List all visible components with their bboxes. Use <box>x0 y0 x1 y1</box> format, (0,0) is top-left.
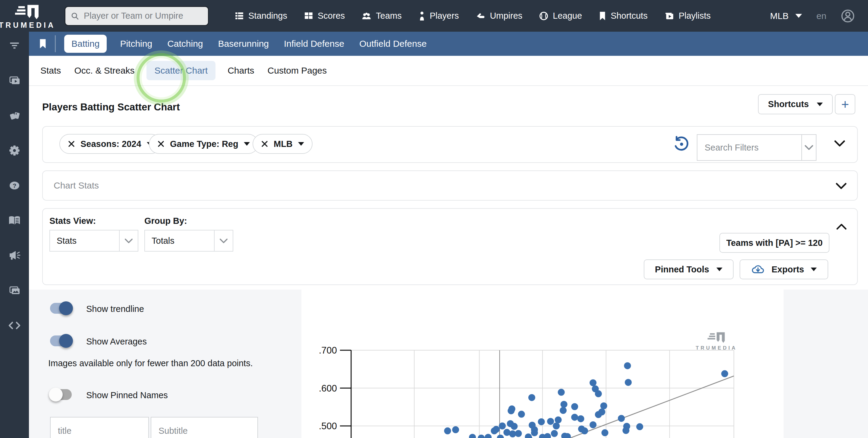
tab-occ-streaks[interactable]: Occ. & Streaks <box>73 61 135 80</box>
left-sidebar: ? <box>0 32 29 438</box>
view-tab-bar: Stats Occ. & Streaks Scatter Chart Chart… <box>29 56 868 86</box>
select-caret <box>214 230 233 251</box>
sidebar-item-images[interactable] <box>8 284 21 297</box>
filter-chip-seasons[interactable]: Seasons: 2024 <box>59 134 161 154</box>
show-pinned-names-label: Show Pinned Names <box>86 390 168 400</box>
tab-custom-pages[interactable]: Custom Pages <box>267 61 328 80</box>
scatter-chart-card: .700.600.500 TRUMEDIA <box>301 290 784 438</box>
svg-text:.600: .600 <box>319 383 337 393</box>
history-restore-icon[interactable] <box>673 136 689 153</box>
chart-stats-panel[interactable]: Chart Stats <box>42 170 858 201</box>
tab-outfield-defense[interactable]: Outfield Defense <box>358 35 428 53</box>
sidebar-item-video-playlists[interactable] <box>8 74 21 87</box>
pinned-tools-button[interactable]: Pinned Tools <box>644 259 734 279</box>
tab-batting[interactable]: Batting <box>64 35 107 53</box>
chevron-down-icon <box>817 103 823 106</box>
sidebar-item-settings[interactable] <box>8 144 21 157</box>
nav-umpires-label: Umpires <box>490 11 522 21</box>
show-averages-toggle[interactable] <box>50 335 72 346</box>
page-title: Players Batting Scatter Chart <box>42 101 180 113</box>
remove-filter-x-icon[interactable] <box>68 140 75 147</box>
sidebar-item-cards[interactable] <box>8 109 21 122</box>
tab-pitching[interactable]: Pitching <box>118 35 154 53</box>
group-by-select[interactable]: Totals <box>144 230 233 252</box>
profile-avatar-icon[interactable] <box>841 9 855 23</box>
collapse-filters-chevron[interactable] <box>834 140 845 147</box>
chip-label: MLB <box>274 139 293 149</box>
sidebar-item-announcements[interactable] <box>8 249 21 262</box>
global-search[interactable] <box>64 6 209 26</box>
svg-text:?: ? <box>13 182 16 189</box>
search-filters-input[interactable] <box>698 142 801 153</box>
nav-players[interactable]: Players <box>418 11 459 21</box>
chart-title-input[interactable] <box>51 426 148 436</box>
chip-label: Game Type: Reg <box>170 139 239 149</box>
filter-chip-game-type[interactable]: Game Type: Reg <box>149 134 258 154</box>
chart-subtitle-input[interactable] <box>151 426 257 436</box>
shortcuts-dropdown-button[interactable]: Shortcuts <box>758 94 833 114</box>
exports-button[interactable]: Exports <box>740 259 828 279</box>
chevron-down-icon <box>716 268 722 271</box>
stats-view-select[interactable]: Stats <box>50 230 138 252</box>
category-tab-bar: Batting Pitching Catching Baserunning In… <box>29 32 868 56</box>
remove-filter-x-icon[interactable] <box>261 140 268 147</box>
nav-standings[interactable]: Standings <box>235 11 287 21</box>
search-filters-dropdown[interactable] <box>801 135 816 160</box>
show-pinned-names-toggle[interactable] <box>50 389 72 400</box>
tab-stats[interactable]: Stats <box>39 61 62 80</box>
search-input[interactable] <box>83 10 203 21</box>
nav-league[interactable]: League <box>539 11 582 21</box>
locale-label[interactable]: en <box>816 11 827 21</box>
sidebar-item-help[interactable]: ? <box>8 179 21 192</box>
tab-catching[interactable]: Catching <box>165 35 205 53</box>
view-tabs: Stats Occ. & Streaks Scatter Chart Chart… <box>39 61 328 80</box>
chevron-down-icon <box>244 142 250 146</box>
plus-icon: + <box>841 97 849 112</box>
nav-umpires[interactable]: Umpires <box>475 11 522 21</box>
announcements-megaphone-icon <box>8 250 21 261</box>
nav-players-label: Players <box>430 11 459 21</box>
filter-icon <box>8 39 21 52</box>
images-icon <box>8 285 21 296</box>
nav-teams[interactable]: Teams <box>362 11 401 21</box>
standings-icon <box>235 11 244 21</box>
league-picker[interactable]: MLB <box>770 11 802 21</box>
baseball-icon <box>539 11 548 21</box>
teams-icon <box>362 11 371 21</box>
sidebar-item-embed[interactable] <box>8 319 21 332</box>
qualifier-button[interactable]: Teams with [PA] >= 120 <box>719 233 830 253</box>
cloud-download-icon <box>751 264 765 274</box>
bookmark-toggle[interactable] <box>37 38 49 49</box>
filter-chip-league[interactable]: MLB <box>253 134 313 154</box>
nav-shortcuts-label: Shortcuts <box>611 11 648 21</box>
chevron-down-icon <box>298 142 304 146</box>
remove-filter-x-icon[interactable] <box>157 140 164 147</box>
top-navbar: TRUMEDIA Standings <box>0 0 868 32</box>
divider <box>55 35 56 52</box>
trumedia-logo[interactable]: TRUMEDIA <box>0 2 54 30</box>
expand-chart-stats-chevron[interactable] <box>835 182 847 190</box>
brand-name: TRUMEDIA <box>0 21 56 30</box>
sidebar-item-filters[interactable] <box>8 39 21 52</box>
show-trendline-label: Show trendline <box>86 304 144 314</box>
bookmark-icon <box>599 11 606 21</box>
nav-playlists[interactable]: Playlists <box>664 11 711 21</box>
help-icon: ? <box>8 180 21 191</box>
chevron-down-icon <box>795 14 802 18</box>
tab-scatter-chart[interactable]: Scatter Chart <box>147 61 216 80</box>
sidebar-item-glossary[interactable] <box>8 214 21 227</box>
show-averages-label: Show Averages <box>86 337 147 347</box>
nav-shortcuts[interactable]: Shortcuts <box>599 11 648 21</box>
tab-charts[interactable]: Charts <box>226 61 255 80</box>
nav-scores[interactable]: Scores <box>304 11 345 21</box>
scatter-plot[interactable]: .700.600.500 <box>301 290 784 438</box>
add-page-button[interactable]: + <box>835 94 855 114</box>
glossary-book-icon <box>8 215 21 226</box>
svg-text:.500: .500 <box>319 421 337 431</box>
video-playlists-icon <box>8 75 21 87</box>
show-trendline-toggle[interactable] <box>50 303 72 314</box>
group-by-label: Group By: <box>144 216 187 226</box>
collapse-panel-chevron[interactable] <box>836 223 847 230</box>
tab-baserunning[interactable]: Baserunning <box>216 35 271 53</box>
tab-infield-defense[interactable]: Infield Defense <box>282 35 346 53</box>
